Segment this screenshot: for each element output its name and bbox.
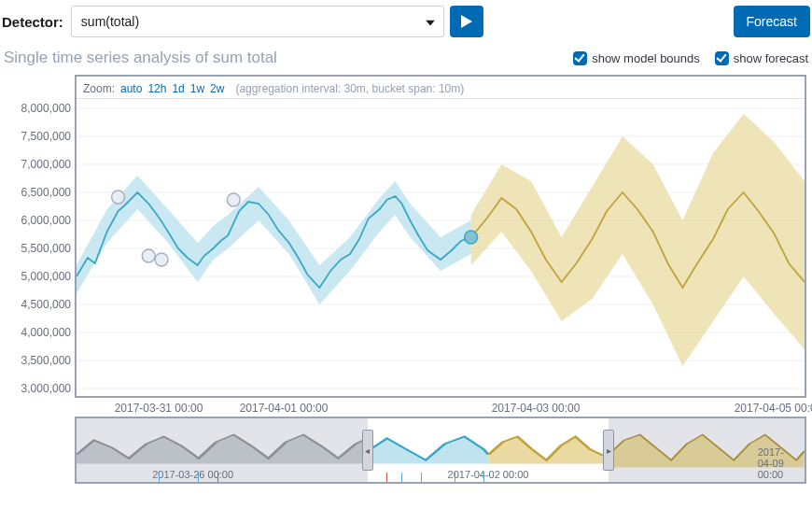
x-tick: 2017-03-31 00:00 — [115, 402, 203, 415]
main-chart[interactable]: Zoom: auto 12h 1d 1w 2w (aggregation int… — [75, 75, 806, 398]
show-model-bounds-label: show model bounds — [592, 51, 700, 65]
anomaly-marker[interactable] — [112, 191, 125, 204]
nav-anomaly-ticks — [368, 469, 609, 482]
forecast-button[interactable]: Forecast — [734, 6, 810, 37]
show-forecast-label: show forecast — [734, 51, 808, 65]
checkbox-checked-icon — [573, 51, 587, 65]
range-navigator[interactable]: 2017-03-26 00:00 2017-04-02 00:00 — [75, 417, 806, 484]
chart-svg — [77, 99, 805, 396]
detector-select-wrap — [71, 6, 444, 37]
zoom-controls: Zoom: auto 12h 1d 1w 2w (aggregation int… — [77, 77, 805, 99]
y-tick: 3,500,000 — [21, 354, 71, 367]
chevron-left-icon: ◂ — [365, 445, 370, 456]
y-tick: 3,000,000 — [21, 382, 71, 395]
y-tick: 7,000,000 — [21, 158, 71, 171]
y-tick: 6,500,000 — [21, 186, 71, 199]
zoom-12h[interactable]: 12h — [147, 82, 166, 95]
nav-segment-future: 2017-04-09 00:00 — [609, 417, 806, 484]
nav-segment-past: 2017-03-26 00:00 — [75, 417, 368, 484]
forecast-split-marker[interactable] — [465, 231, 478, 244]
nav-segment-selected: 2017-04-02 00:00 — [368, 417, 609, 484]
y-tick: 7,500,000 — [21, 130, 71, 143]
subtitle-row: Single time series analysis of sum total… — [2, 43, 810, 71]
anomaly-marker[interactable] — [142, 249, 155, 262]
y-tick: 5,500,000 — [21, 242, 71, 255]
toolbar: Detector: Forecast — [2, 4, 810, 43]
detector-label: Detector: — [2, 14, 63, 30]
checkbox-checked-icon — [715, 51, 729, 65]
chart-area: 8,000,000 7,500,000 7,000,000 6,500,000 … — [4, 75, 808, 491]
chevron-right-icon: ▸ — [607, 445, 611, 456]
nav-handle-right[interactable]: ▸ — [603, 430, 614, 471]
aggregation-label: (aggregation interval: 30m, bucket span:… — [235, 82, 464, 95]
forecast-bounds-band — [471, 114, 805, 366]
nav-date: 2017-03-26 00:00 — [152, 469, 233, 480]
y-tick: 6,000,000 — [21, 214, 71, 227]
anomaly-marker[interactable] — [227, 193, 240, 206]
show-forecast-toggle[interactable]: show forecast — [715, 51, 808, 65]
zoom-1d[interactable]: 1d — [172, 82, 184, 95]
zoom-1w[interactable]: 1w — [190, 82, 204, 95]
y-tick: 4,500,000 — [21, 298, 71, 311]
play-icon — [461, 15, 472, 28]
zoom-label: Zoom: — [83, 82, 115, 95]
zoom-auto[interactable]: auto — [120, 82, 142, 95]
x-tick: 2017-04-01 00:00 — [240, 402, 329, 415]
play-button[interactable] — [450, 6, 483, 37]
anomaly-marker[interactable] — [155, 253, 168, 266]
y-tick: 5,000,000 — [21, 270, 71, 283]
detector-select[interactable] — [71, 6, 444, 37]
y-tick: 8,000,000 — [21, 102, 71, 115]
y-tick: 4,000,000 — [21, 326, 71, 339]
zoom-2w[interactable]: 2w — [210, 82, 224, 95]
nav-handle-left[interactable]: ◂ — [362, 430, 373, 471]
x-tick: 2017-04-03 00:00 — [492, 402, 581, 415]
nav-anomaly-ticks — [609, 469, 805, 482]
x-tick: 2017-04-05 00:00 — [735, 402, 812, 415]
page-title: Single time series analysis of sum total — [4, 49, 277, 67]
show-model-bounds-toggle[interactable]: show model bounds — [573, 51, 700, 65]
chart-toggles: show model bounds show forecast — [573, 51, 808, 65]
